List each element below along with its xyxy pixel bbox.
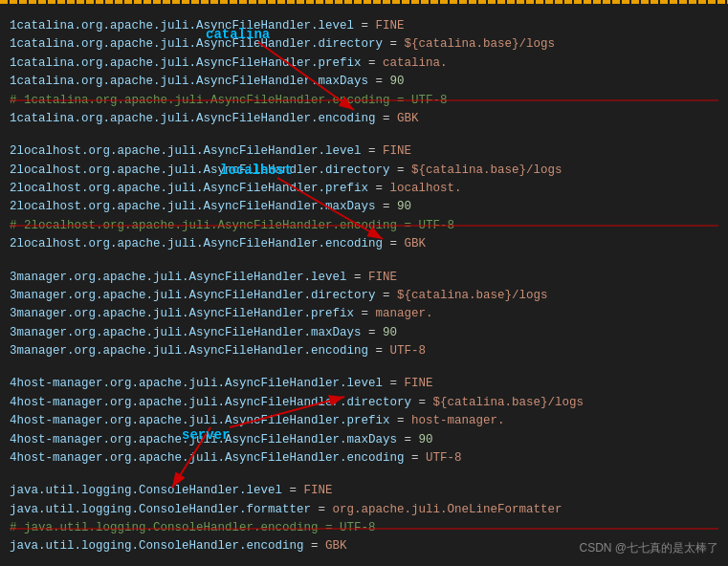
code-line: 3manager.org.apache.juli.AsyncFileHandle… <box>10 305 718 323</box>
code-line: 4host-manager.org.apache.juli.AsyncFileH… <box>10 375 718 393</box>
code-line: 3manager.org.apache.juli.AsyncFileHandle… <box>10 269 718 287</box>
code-line: 1catalina.org.apache.juli.AsyncFileHandl… <box>10 35 718 54</box>
code-line: java.util.logging.ConsoleHandler.formatt… <box>10 501 718 519</box>
code-line: 4host-manager.org.apache.juli.AsyncFileH… <box>10 431 718 449</box>
top-border <box>0 0 728 4</box>
empty-line <box>10 468 718 482</box>
empty-line <box>10 360 718 375</box>
code-line: 4host-manager.org.apache.juli.AsyncFileH… <box>10 412 718 430</box>
code-line: 2localhost.org.apache.juli.AsyncFileHand… <box>10 180 718 198</box>
empty-line <box>10 254 718 269</box>
code-container: 1catalina.org.apache.juli.AsyncFileHandl… <box>0 10 728 564</box>
code-line: 4host-manager.org.apache.juli.AsyncFileH… <box>10 449 718 468</box>
code-line: 2localhost.org.apache.juli.AsyncFileHand… <box>10 142 718 161</box>
code-line: 2localhost.org.apache.juli.AsyncFileHand… <box>10 198 718 216</box>
code-line: 1catalina.org.apache.juli.AsyncFileHandl… <box>10 73 718 91</box>
empty-line <box>10 128 718 142</box>
code-line: 1catalina.org.apache.juli.AsyncFileHandl… <box>10 54 718 73</box>
code-line: 3manager.org.apache.juli.AsyncFileHandle… <box>10 342 718 360</box>
code-line: 1catalina.org.apache.juli.AsyncFileHandl… <box>10 17 718 35</box>
code-line: 2localhost.org.apache.juli.AsyncFileHand… <box>10 162 718 180</box>
watermark: CSDN @七七真的是太棒了 <box>579 540 718 556</box>
code-line: java.util.logging.ConsoleHandler.level =… <box>10 482 718 500</box>
code-line-commented: # 2localhost.org.apache.juli.AsyncFileHa… <box>10 217 718 235</box>
code-line: 4host-manager.org.apache.juli.AsyncFileH… <box>10 394 718 412</box>
code-line: 3manager.org.apache.juli.AsyncFileHandle… <box>10 324 718 342</box>
code-line: 1catalina.org.apache.juli.AsyncFileHandl… <box>10 110 718 128</box>
code-line: 3manager.org.apache.juli.AsyncFileHandle… <box>10 287 718 305</box>
code-line-commented: # 1catalina.org.apache.juli.AsyncFileHan… <box>10 92 718 110</box>
code-line-commented: # java.util.logging.ConsoleHandler.encod… <box>10 519 718 537</box>
code-line: 2localhost.org.apache.juli.AsyncFileHand… <box>10 235 718 253</box>
